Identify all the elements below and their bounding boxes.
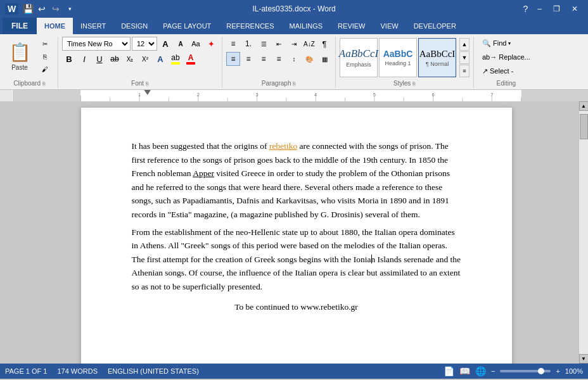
- tab-review[interactable]: REVIEW: [330, 18, 373, 34]
- find-button[interactable]: 🔍 Find ▾: [478, 37, 515, 49]
- paste-button[interactable]: 📋 Paste: [5, 37, 34, 76]
- sort-button[interactable]: A↓Z: [302, 37, 316, 51]
- plus-zoom[interactable]: +: [556, 367, 559, 375]
- svg-text:2: 2: [197, 92, 200, 98]
- clear-format-button[interactable]: ✦: [204, 37, 218, 51]
- undo-icon[interactable]: ↩: [36, 3, 48, 15]
- increase-indent-button[interactable]: ⇥: [287, 37, 301, 51]
- clipboard-content: 📋 Paste ✂ ⎘ 🖌: [5, 37, 54, 79]
- ruler-area: 1 2 3 4 5 6 7: [0, 90, 588, 101]
- para-row-1: ≡ 1. ☰ ⇤ ⇥ A↓Z ¶: [226, 37, 331, 51]
- replace-button[interactable]: ab→ Replace...: [478, 51, 535, 63]
- svg-text:3: 3: [255, 92, 258, 98]
- font-size-select[interactable]: 12: [132, 37, 157, 51]
- copy-button[interactable]: ⎘: [36, 51, 54, 62]
- title-bar: W 💾 ↩ ↪ ▾ IL-ates0335.docx - Word ? – ❐ …: [0, 0, 588, 18]
- border-button[interactable]: ▦: [317, 52, 331, 66]
- tab-insert[interactable]: INSERT: [73, 18, 113, 34]
- decrease-font-button[interactable]: A: [174, 37, 188, 51]
- tab-mailings[interactable]: MAILINGS: [282, 18, 331, 34]
- superscript-button[interactable]: X²: [138, 52, 152, 66]
- select-button[interactable]: ↗ Select -: [478, 65, 518, 77]
- tab-file[interactable]: FILE: [3, 18, 37, 34]
- text-effect-button[interactable]: A: [153, 52, 167, 66]
- tab-references[interactable]: REFERENCES: [219, 18, 281, 34]
- help-icon[interactable]: ?: [520, 3, 531, 15]
- document-scroll-area[interactable]: It has been suggested that the origins o…: [14, 101, 578, 364]
- zoom-level[interactable]: 100%: [565, 367, 583, 375]
- shading-button[interactable]: 🎨: [302, 52, 316, 66]
- svg-text:6: 6: [432, 92, 435, 98]
- tab-design[interactable]: DESIGN: [113, 18, 155, 34]
- language-indicator[interactable]: ENGLISH (UNITED STATES): [108, 367, 199, 375]
- close-button[interactable]: ✕: [566, 3, 583, 15]
- bullets-button[interactable]: ≡: [226, 37, 240, 51]
- status-right: 📄 📖 🌐 − + 100%: [444, 366, 583, 376]
- para-row-2: ≡ ≡ ≡ ≡ ↕ 🎨 ▦: [226, 52, 331, 66]
- scroll-up-button[interactable]: ▲: [579, 101, 589, 111]
- svg-text:5: 5: [373, 92, 376, 98]
- font-row-2: B I U ab X₂ X² A ab A: [62, 52, 198, 66]
- font-color-button[interactable]: A: [184, 52, 198, 66]
- ribbon-group-paragraph: ≡ 1. ☰ ⇤ ⇥ A↓Z ¶ ≡ ≡ ≡ ≡ ↕ 🎨 ▦ Paragraph…: [224, 37, 336, 88]
- redo-icon[interactable]: ↪: [50, 3, 61, 15]
- justify-button[interactable]: ≡: [272, 52, 286, 66]
- strikethrough-button[interactable]: ab: [108, 52, 122, 66]
- style-normal[interactable]: AaBbCcI ¶ Normal: [418, 38, 456, 77]
- page-indicator[interactable]: PAGE 1 OF 1: [5, 367, 47, 375]
- style-scroll-up[interactable]: ▲: [459, 38, 470, 51]
- rebetiko-link[interactable]: rebetiko: [269, 141, 297, 151]
- styles-label: Styles ⎘: [340, 79, 470, 88]
- view-web-icon[interactable]: 🌐: [475, 366, 486, 376]
- scroll-thumb[interactable]: [580, 114, 588, 139]
- tab-home[interactable]: HOME: [37, 18, 73, 34]
- decrease-indent-button[interactable]: ⇤: [272, 37, 286, 51]
- change-case-button[interactable]: Aa: [189, 37, 203, 51]
- format-painter-button[interactable]: 🖌: [36, 63, 54, 75]
- paragraph-content: ≡ 1. ☰ ⇤ ⇥ A↓Z ¶ ≡ ≡ ≡ ≡ ↕ 🎨 ▦: [226, 37, 331, 79]
- align-center-button[interactable]: ≡: [241, 52, 255, 66]
- restore-button[interactable]: ❐: [548, 3, 565, 15]
- zoom-slider[interactable]: [500, 370, 551, 372]
- tab-developer[interactable]: DEVELOPER: [406, 18, 464, 34]
- cut-button[interactable]: ✂: [36, 38, 54, 49]
- save-icon[interactable]: 💾: [22, 3, 34, 15]
- increase-font-button[interactable]: A: [158, 37, 172, 51]
- styles-content: AaBbCcI Emphasis AaBbC Heading 1 AaBbCcI…: [340, 37, 470, 79]
- style-heading1[interactable]: AaBbC Heading 1: [379, 38, 417, 77]
- underline-button[interactable]: U: [93, 52, 106, 66]
- text-cursor: [371, 255, 372, 263]
- minimize-button[interactable]: –: [532, 3, 547, 15]
- scroll-track[interactable]: [579, 111, 589, 354]
- text-highlight-button[interactable]: ab: [169, 52, 182, 66]
- style-more[interactable]: ≡: [459, 65, 470, 77]
- word-count[interactable]: 174 WORDS: [57, 367, 98, 375]
- vertical-scrollbar[interactable]: ▲ ▼: [578, 101, 588, 364]
- paragraph-label: Paragraph ⎘: [226, 79, 331, 88]
- more-icon[interactable]: ▾: [64, 3, 75, 15]
- document-text[interactable]: It has been suggested that the origins o…: [132, 139, 461, 314]
- style-scroll-down[interactable]: ▼: [459, 51, 470, 64]
- multilevel-list-button[interactable]: ☰: [257, 37, 271, 51]
- show-marks-button[interactable]: ¶: [317, 37, 331, 51]
- replace-icon: ab→: [482, 53, 497, 61]
- scroll-down-button[interactable]: ▼: [579, 354, 589, 364]
- italic-button[interactable]: I: [77, 52, 91, 66]
- align-left-button[interactable]: ≡: [226, 52, 240, 66]
- view-normal-icon[interactable]: 📄: [444, 366, 454, 376]
- svg-rect-1: [14, 90, 80, 101]
- font-family-select[interactable]: Times New Ro: [62, 37, 131, 51]
- style-emphasis[interactable]: AaBbCcI Emphasis: [340, 38, 378, 77]
- tab-view[interactable]: VIEW: [373, 18, 406, 34]
- select-label: Select -: [490, 67, 513, 75]
- ribbon-content: 📋 Paste ✂ ⎘ 🖌 Clipboard ⎘ Times New Ro 1…: [0, 34, 588, 90]
- clipboard-small-buttons: ✂ ⎘ 🖌: [36, 38, 54, 75]
- line-spacing-button[interactable]: ↕: [287, 52, 301, 66]
- subscript-button[interactable]: X₂: [123, 52, 137, 66]
- bold-button[interactable]: B: [62, 52, 76, 66]
- tab-page-layout[interactable]: PAGE LAYOUT: [155, 18, 219, 34]
- view-reading-icon[interactable]: 📖: [459, 366, 470, 376]
- numbering-button[interactable]: 1.: [241, 37, 255, 51]
- align-right-button[interactable]: ≡: [257, 52, 271, 66]
- minus-zoom[interactable]: −: [491, 367, 495, 375]
